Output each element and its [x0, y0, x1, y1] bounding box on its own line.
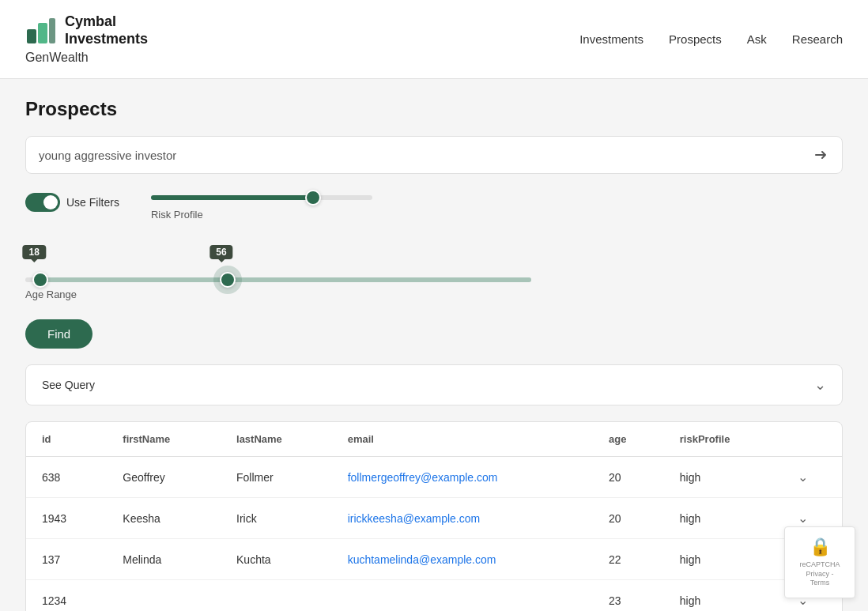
cell-lastname: Irick [221, 498, 332, 539]
age-range-fill [40, 277, 531, 282]
col-header-lastname: lastName [221, 422, 332, 457]
cell-lastname: Follmer [221, 457, 332, 498]
age-range-label: Age Range [25, 289, 77, 300]
nav-item-research[interactable]: Research [792, 32, 843, 46]
risk-slider-container [151, 190, 372, 202]
main-content: Prospects Use Filters Risk Profile [0, 79, 868, 611]
risk-profile-slider[interactable] [151, 195, 372, 200]
cell-id: 1943 [26, 498, 107, 539]
cell-age: 20 [593, 457, 664, 498]
col-header-riskprofile: riskProfile [664, 422, 782, 457]
cell-riskprofile: high [664, 498, 782, 539]
age-range-section: 18 56 Age Range [25, 252, 531, 300]
use-filters-toggle-row: Use Filters [25, 190, 119, 212]
recaptcha-text: reCAPTCHAPrivacy - Terms [798, 560, 842, 588]
age-min-thumb[interactable]: 18 [32, 272, 48, 288]
col-header-id: id [26, 422, 107, 457]
filters-row: Use Filters Risk Profile 18 56 [25, 190, 843, 300]
cell-id: 1234 [26, 580, 107, 612]
find-button[interactable]: Find [25, 319, 92, 349]
prospects-table: id firstName lastName email age riskProf… [26, 422, 842, 611]
age-range-track: 18 56 [25, 277, 531, 282]
table-row: 638 Geoffrey Follmer follmergeoffrey@exa… [26, 457, 842, 498]
see-query-chevron: ⌄ [814, 376, 826, 394]
prospects-table-container: id firstName lastName email age riskProf… [25, 421, 843, 611]
logo-area: CymbalInvestments GenWealth [25, 13, 148, 65]
expand-row-btn[interactable]: ⌄ [798, 470, 808, 485]
table-header-row: id firstName lastName email age riskProf… [26, 422, 842, 457]
cell-lastname [221, 580, 332, 612]
use-filters-toggle[interactable] [25, 193, 60, 212]
col-header-email: email [332, 422, 593, 457]
email-link[interactable]: irickkeesha@example.com [348, 512, 481, 525]
cell-firstname: Geoffrey [107, 457, 221, 498]
cell-firstname: Keesha [107, 498, 221, 539]
recaptcha-badge: 🔒 reCAPTCHAPrivacy - Terms [784, 526, 855, 598]
search-input[interactable] [39, 149, 812, 162]
col-header-age: age [593, 422, 664, 457]
recaptcha-icon: 🔒 [810, 537, 831, 557]
nav-item-investments[interactable]: Investments [579, 32, 643, 46]
header: CymbalInvestments GenWealth Investments … [0, 0, 868, 79]
see-query-section[interactable]: See Query ⌄ [25, 364, 843, 405]
nav-item-prospects[interactable]: Prospects [669, 32, 722, 46]
age-max-thumb[interactable]: 56 [220, 272, 236, 288]
cell-age: 20 [593, 498, 664, 539]
risk-profile-label: Risk Profile [151, 209, 203, 221]
svg-rect-0 [27, 29, 36, 43]
cell-expand[interactable]: ⌄ [782, 457, 842, 498]
search-submit-icon[interactable] [812, 146, 829, 164]
cell-email: follmergeoffrey@example.com [332, 457, 593, 498]
table-row: 137 Melinda Kuchta kuchtamelinda@example… [26, 539, 842, 580]
see-query-label: See Query [42, 379, 95, 391]
age-slider-container: 18 56 [25, 252, 531, 282]
nav: Investments Prospects Ask Research [579, 32, 843, 46]
email-link[interactable]: follmergeoffrey@example.com [348, 471, 498, 484]
search-bar [25, 136, 843, 174]
cell-lastname: Kuchta [221, 539, 332, 580]
svg-rect-2 [49, 18, 55, 43]
app-subtitle: GenWealth [25, 51, 148, 65]
email-link[interactable]: kuchtamelinda@example.com [348, 553, 496, 566]
cell-email [332, 580, 593, 612]
cell-riskprofile: high [664, 580, 782, 612]
nav-item-ask[interactable]: Ask [747, 32, 767, 46]
cell-firstname: Melinda [107, 539, 221, 580]
col-header-firstname: firstName [107, 422, 221, 457]
cell-firstname [107, 580, 221, 612]
cell-email: kuchtamelinda@example.com [332, 539, 593, 580]
page-title: Prospects [25, 98, 843, 120]
expand-row-btn[interactable]: ⌄ [798, 511, 808, 526]
cell-age: 22 [593, 539, 664, 580]
cell-riskprofile: high [664, 539, 782, 580]
cell-age: 23 [593, 580, 664, 612]
col-header-expand [782, 422, 842, 457]
cell-riskprofile: high [664, 457, 782, 498]
table-row: 1943 Keesha Irick irickkeesha@example.co… [26, 498, 842, 539]
table-body: 638 Geoffrey Follmer follmergeoffrey@exa… [26, 457, 842, 612]
table-header: id firstName lastName email age riskProf… [26, 422, 842, 457]
risk-profile-section: Risk Profile [151, 190, 372, 221]
use-filters-label: Use Filters [66, 196, 119, 209]
logo-text: CymbalInvestments [65, 13, 148, 47]
age-min-tooltip: 18 [23, 245, 46, 259]
table-row: 1234 23 high ⌄ [26, 580, 842, 612]
cell-id: 137 [26, 539, 107, 580]
logo-row: CymbalInvestments [25, 13, 148, 47]
svg-rect-1 [38, 23, 47, 43]
cell-id: 638 [26, 457, 107, 498]
age-max-tooltip: 56 [209, 245, 232, 259]
cell-email: irickkeesha@example.com [332, 498, 593, 539]
logo-icon [25, 15, 57, 47]
